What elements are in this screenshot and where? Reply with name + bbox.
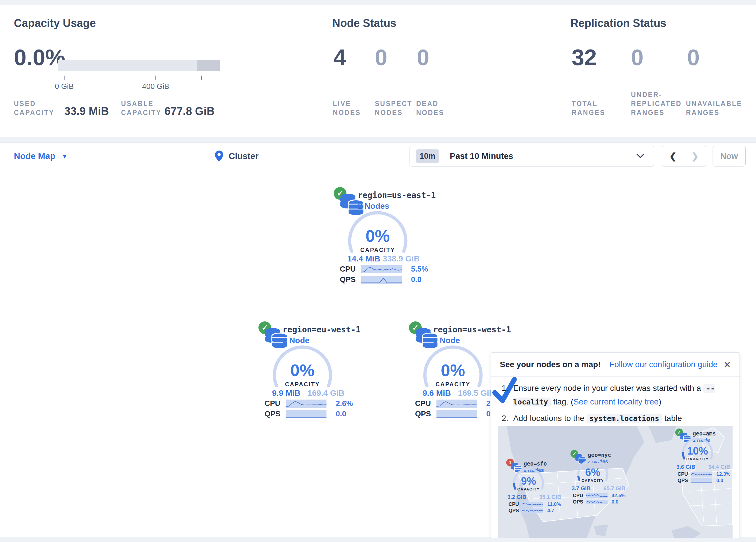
axis-tick-label: 400 GiB (133, 82, 179, 91)
capacity-caption: CAPACITY (512, 487, 545, 491)
unavailable-ranges-label: UNAVAILABLE RANGES (686, 99, 747, 117)
node-map-setup-panel: See your nodes on a map! Follow our conf… (491, 352, 740, 542)
live-nodes-label: LIVE NODES (333, 99, 375, 117)
cpu-sparkline (691, 472, 712, 477)
live-nodes-count: 4 (333, 46, 375, 69)
qps-label: QPS (509, 508, 521, 514)
qps-value: 0.0 (336, 409, 346, 418)
capacity-used: 14.4 MiB (347, 254, 380, 263)
locality-name: geo=ams (693, 430, 716, 437)
map-node-geo-nyc[interactable]: ✓ geo=nyc 2 Nodes 6% CAPACITY 3.7 GiB (570, 450, 628, 505)
total-ranges-count: 32 (572, 46, 631, 69)
capacity-caption: CAPACITY (271, 381, 334, 388)
capacity-bar-nonusable-segment (197, 60, 220, 71)
suspect-nodes-label: SUSPECT NODES (375, 99, 416, 117)
cpu-sparkline (361, 265, 402, 273)
time-step-back-button[interactable]: ❮ (662, 146, 684, 166)
step-text-fragment: Add locations to the (513, 414, 587, 423)
capacity-total: 35.1 GiB (539, 494, 561, 500)
setup-panel-title: See your nodes on a map! (500, 360, 601, 369)
map-node-geo-ams[interactable]: ✓ geo=ams 1 Node 10% CAPACITY 3.6 GiB (675, 429, 733, 484)
chevron-down-icon (636, 154, 644, 158)
breadcrumb[interactable]: Cluster (215, 143, 258, 169)
time-step-forward-button[interactable]: ❯ (684, 146, 706, 166)
close-icon[interactable]: ✕ (724, 360, 731, 370)
cpu-sparkline (286, 400, 326, 408)
cluster-overview-panel: Capacity Usage 0.0% 0 GiB 400 GiB USED C… (0, 5, 756, 137)
view-selector-dropdown[interactable]: Node Map ▾ (14, 143, 66, 169)
breadcrumb-label: Cluster (229, 151, 258, 161)
region-node-eu-west-1[interactable]: ✓ region=eu-west-1 1 Node 0% CAPACITY 9.… (243, 319, 368, 421)
axis-tick (155, 76, 156, 80)
axis-tick (201, 76, 202, 80)
cpu-label: CPU (573, 493, 585, 499)
configuration-guide-link[interactable]: Follow our configuration guide (610, 360, 718, 369)
cpu-value: 42.5% (612, 493, 625, 499)
capacity-usage-bar (58, 60, 220, 71)
region-node-us-east-1[interactable]: ✓ region=us-east-1 2 Nodes 0% CAPACITY 1… (318, 185, 443, 287)
step-number: 1. (502, 382, 513, 409)
cpu-sparkline (436, 400, 477, 408)
view-selector-label: Node Map (14, 151, 55, 161)
qps-value: 0.0 (716, 478, 723, 484)
cpu-label: CPU (340, 264, 359, 274)
qps-sparkline (691, 478, 712, 483)
axis-tick (64, 76, 65, 80)
qps-value: 0.0 (411, 275, 421, 284)
setup-step-1: 1. Ensure every node in your cluster was… (502, 382, 730, 409)
under-replicated-ranges-count: 0 (631, 46, 687, 69)
dead-nodes-count: 0 (417, 46, 429, 69)
capacity-caption: CAPACITY (346, 247, 409, 253)
time-range-label: Past 10 Minutes (450, 151, 513, 161)
time-range-selector[interactable]: 10m Past 10 Minutes (410, 146, 654, 166)
capacity-percent: 0% (271, 362, 334, 379)
capacity-used: 9.9 MiB (272, 389, 300, 398)
qps-sparkline (522, 508, 543, 513)
qps-label: QPS (678, 478, 690, 484)
qps-sparkline (286, 410, 326, 418)
capacity-used: 3.2 GiB (507, 494, 526, 500)
qps-label: QPS (265, 409, 284, 418)
map-pin-icon (215, 150, 223, 161)
example-node-map: 1 geo=sfo 2 Nodes 9% CAPACITY 3.2 GiB (498, 426, 733, 542)
region-name: region=eu-west-1 (282, 325, 361, 335)
region-name: region=us-east-1 (358, 190, 436, 200)
map-node-geo-sfo[interactable]: 1 geo=sfo 2 Nodes 9% CAPACITY 3.2 GiB (506, 459, 564, 514)
system-locations-code: system.locations (587, 414, 662, 423)
capacity-caption: CAPACITY (422, 381, 484, 388)
capacity-used: 9.6 MiB (423, 389, 451, 398)
capacity-usage-title: Capacity Usage (14, 17, 96, 30)
step-text: Ensure every node in your cluster was st… (513, 382, 730, 409)
locality-name: geo=sfo (524, 460, 547, 467)
cpu-label: CPU (415, 399, 434, 408)
capacity-total: 169.5 GiB (458, 389, 495, 398)
qps-value: 0.0 (612, 499, 619, 505)
capacity-used-percent: 0.0% (14, 46, 65, 69)
capacity-caption: CAPACITY (681, 457, 714, 461)
locality-tree-link[interactable]: See current locality tree (573, 397, 658, 406)
now-button[interactable]: Now (713, 146, 746, 166)
cpu-sparkline (522, 502, 543, 507)
capacity-percent: 6% (576, 467, 609, 478)
qps-sparkline (586, 500, 608, 504)
time-range-badge: 10m (416, 149, 439, 163)
locality-name: geo=nyc (588, 452, 611, 458)
step-text-fragment: Ensure every node in your cluster was st… (513, 384, 703, 393)
under-replicated-ranges-label: UNDER-REPLICATED RANGES (631, 90, 686, 117)
qps-label: QPS (415, 409, 434, 418)
capacity-total: 169.4 GiB (307, 389, 344, 398)
cpu-value: 5.5% (411, 264, 428, 274)
used-capacity-value: 33.9 MiB (64, 106, 109, 117)
total-ranges-label: TOTAL RANGES (572, 99, 631, 117)
capacity-percent: 0% (346, 227, 409, 244)
step-text-fragment: ) (658, 397, 661, 406)
dead-nodes-label: DEAD NODES (416, 99, 463, 117)
step-text-fragment: flag. ( (551, 397, 573, 406)
time-step-control: ❮ ❯ (662, 146, 706, 166)
qps-sparkline (361, 276, 402, 284)
cpu-label: CPU (678, 471, 690, 477)
toolbar-divider (396, 145, 396, 167)
cpu-value: 2.6% (336, 399, 353, 408)
cpu-label: CPU (265, 399, 284, 408)
cpu-label: CPU (509, 501, 521, 507)
